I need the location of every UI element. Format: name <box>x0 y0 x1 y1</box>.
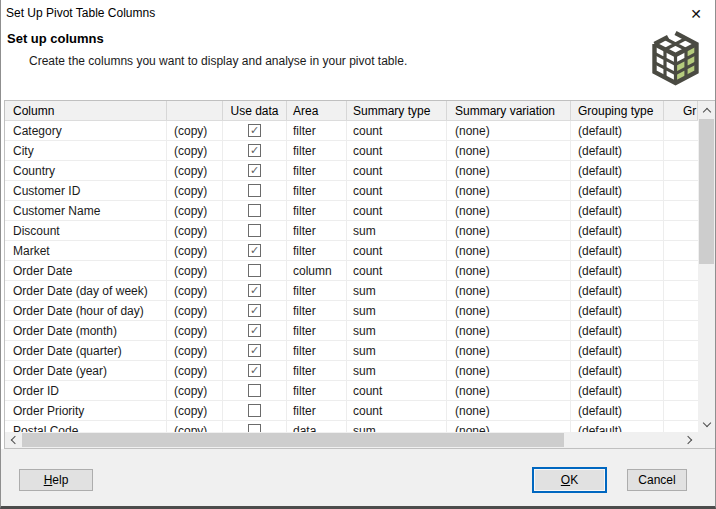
table-row[interactable]: Market(copy)filtercount(none)(default) <box>5 241 698 261</box>
cell-grouping-type[interactable]: (default) <box>571 161 664 180</box>
column-header-summary-type[interactable]: Summary type <box>347 101 447 120</box>
cell-use-data[interactable] <box>223 181 287 200</box>
cell-summary-variation[interactable]: (none) <box>447 221 571 240</box>
cell-copy[interactable]: (copy) <box>167 261 223 280</box>
cell-use-data[interactable] <box>223 401 287 420</box>
cell-copy[interactable]: (copy) <box>167 281 223 300</box>
cell-summary-type[interactable]: count <box>347 141 447 160</box>
cell-column[interactable]: Country <box>5 161 167 180</box>
cell-use-data[interactable] <box>223 221 287 240</box>
scroll-right-button[interactable] <box>681 432 698 448</box>
cell-use-data[interactable] <box>223 301 287 320</box>
cell-area[interactable]: filter <box>287 181 347 200</box>
cell-summary-variation[interactable]: (none) <box>447 241 571 260</box>
cell-use-data[interactable] <box>223 201 287 220</box>
cell-copy[interactable]: (copy) <box>167 381 223 400</box>
scroll-down-button[interactable] <box>698 415 715 432</box>
vertical-scrollbar-thumb[interactable] <box>699 119 714 264</box>
cell-summary-variation[interactable]: (none) <box>447 381 571 400</box>
cell-use-data[interactable] <box>223 161 287 180</box>
cell-area[interactable]: filter <box>287 301 347 320</box>
cell-grouping-type[interactable]: (default) <box>571 221 664 240</box>
use-data-checkbox-unchecked[interactable] <box>248 404 261 417</box>
table-row[interactable]: Customer ID(copy)filtercount(none)(defau… <box>5 181 698 201</box>
cell-summary-variation[interactable]: (none) <box>447 341 571 360</box>
cell-grouping-type[interactable]: (default) <box>571 341 664 360</box>
cell-summary-type[interactable]: count <box>347 241 447 260</box>
cell-area[interactable]: filter <box>287 401 347 420</box>
cell-copy[interactable]: (copy) <box>167 301 223 320</box>
use-data-checkbox-checked[interactable] <box>248 344 261 357</box>
cell-copy[interactable]: (copy) <box>167 421 223 432</box>
cell-summary-type[interactable]: sum <box>347 341 447 360</box>
cell-use-data[interactable] <box>223 381 287 400</box>
cell-summary-variation[interactable]: (none) <box>447 141 571 160</box>
column-header-use-data[interactable]: Use data <box>223 101 287 120</box>
cell-area[interactable]: data <box>287 421 347 432</box>
cell-column[interactable]: Order Date <box>5 261 167 280</box>
cell-summary-variation[interactable]: (none) <box>447 261 571 280</box>
cell-grouping-type[interactable]: (default) <box>571 121 664 140</box>
help-button[interactable]: Help <box>19 469 93 491</box>
cell-copy[interactable]: (copy) <box>167 161 223 180</box>
table-row[interactable]: Order Date (month)(copy)filtersum(none)(… <box>5 321 698 341</box>
horizontal-scrollbar[interactable] <box>5 432 698 448</box>
cell-area[interactable]: filter <box>287 281 347 300</box>
table-row[interactable]: Order Priority(copy)filtercount(none)(de… <box>5 401 698 421</box>
cell-use-data[interactable] <box>223 341 287 360</box>
table-row[interactable]: Postal Code(copy)datasum(none)(default) <box>5 421 698 432</box>
cell-column[interactable]: Order Priority <box>5 401 167 420</box>
column-header-summary-variation[interactable]: Summary variation <box>447 101 571 120</box>
table-row[interactable]: Order Date (quarter)(copy)filtersum(none… <box>5 341 698 361</box>
cell-summary-type[interactable]: count <box>347 401 447 420</box>
cell-summary-type[interactable]: count <box>347 161 447 180</box>
cell-copy[interactable]: (copy) <box>167 361 223 380</box>
cell-grouping-type[interactable]: (default) <box>571 381 664 400</box>
cell-summary-variation[interactable]: (none) <box>447 421 571 432</box>
cell-use-data[interactable] <box>223 361 287 380</box>
cell-grouping-type[interactable]: (default) <box>571 281 664 300</box>
cell-column[interactable]: Order ID <box>5 381 167 400</box>
use-data-checkbox-checked[interactable] <box>248 284 261 297</box>
cell-summary-type[interactable]: sum <box>347 361 447 380</box>
cell-column[interactable]: Category <box>5 121 167 140</box>
cell-copy[interactable]: (copy) <box>167 221 223 240</box>
ok-button[interactable]: OK <box>532 467 607 493</box>
cell-area[interactable]: filter <box>287 141 347 160</box>
table-row[interactable]: Discount(copy)filtersum(none)(default) <box>5 221 698 241</box>
cell-use-data[interactable] <box>223 141 287 160</box>
cell-copy[interactable]: (copy) <box>167 321 223 340</box>
cell-use-data[interactable] <box>223 281 287 300</box>
cell-grouping-type[interactable]: (default) <box>571 141 664 160</box>
cell-copy[interactable]: (copy) <box>167 341 223 360</box>
column-header-copy[interactable] <box>167 101 223 120</box>
cell-column[interactable]: Discount <box>5 221 167 240</box>
cell-summary-type[interactable]: sum <box>347 301 447 320</box>
cell-summary-variation[interactable]: (none) <box>447 401 571 420</box>
cell-summary-type[interactable]: count <box>347 261 447 280</box>
use-data-checkbox-unchecked[interactable] <box>248 204 261 217</box>
table-row[interactable]: Order Date (hour of day)(copy)filtersum(… <box>5 301 698 321</box>
table-row[interactable]: Category(copy)filtercount(none)(default) <box>5 121 698 141</box>
cell-summary-type[interactable]: sum <box>347 221 447 240</box>
use-data-checkbox-unchecked[interactable] <box>248 224 261 237</box>
use-data-checkbox-unchecked[interactable] <box>248 264 261 277</box>
scroll-up-button[interactable] <box>698 101 715 118</box>
cell-grouping-type[interactable]: (default) <box>571 401 664 420</box>
cell-summary-type[interactable]: sum <box>347 281 447 300</box>
cell-area[interactable]: column <box>287 261 347 280</box>
use-data-checkbox-checked[interactable] <box>248 144 261 157</box>
cell-use-data[interactable] <box>223 121 287 140</box>
cell-summary-variation[interactable]: (none) <box>447 301 571 320</box>
vertical-scrollbar[interactable] <box>698 101 715 432</box>
cell-area[interactable]: filter <box>287 121 347 140</box>
use-data-checkbox-checked[interactable] <box>248 244 261 257</box>
cell-copy[interactable]: (copy) <box>167 401 223 420</box>
cell-area[interactable]: filter <box>287 361 347 380</box>
cell-area[interactable]: filter <box>287 341 347 360</box>
cell-column[interactable]: Customer ID <box>5 181 167 200</box>
cell-column[interactable]: Order Date (quarter) <box>5 341 167 360</box>
cell-summary-variation[interactable]: (none) <box>447 181 571 200</box>
table-row[interactable]: Order Date (year)(copy)filtersum(none)(d… <box>5 361 698 381</box>
cell-grouping-type[interactable]: (default) <box>571 421 664 432</box>
